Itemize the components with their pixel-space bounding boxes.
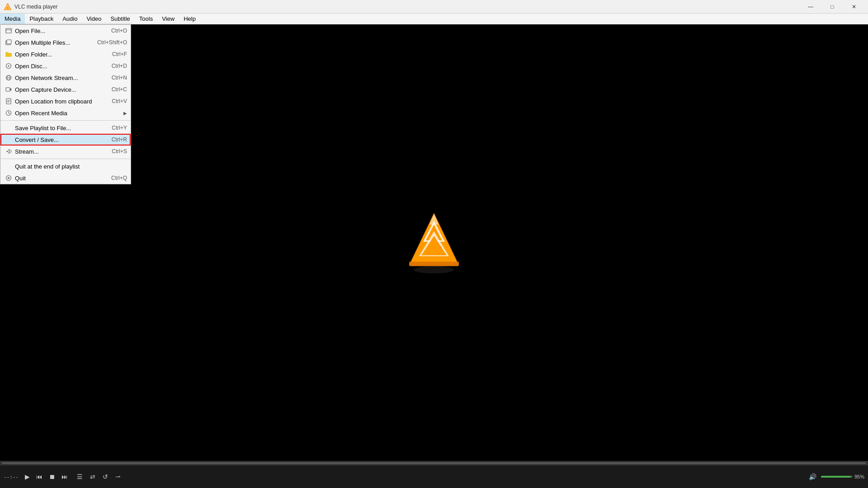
svg-point-23 (414, 266, 454, 273)
open-location-icon (4, 98, 13, 105)
app-icon (4, 3, 12, 11)
menu-video[interactable]: Video (82, 14, 106, 24)
quit-label: Quit (15, 175, 102, 182)
menu-view[interactable]: View (157, 14, 179, 24)
open-network-shortcut: Ctrl+N (112, 75, 127, 81)
menu-subtitle[interactable]: Subtitle (106, 14, 134, 24)
menu-subtitle-label: Subtitle (110, 15, 130, 22)
save-playlist-label: Save Playlist to File... (15, 125, 103, 131)
open-recent-label: Open Recent Media (15, 110, 114, 117)
menu-item-quit[interactable]: Quit Ctrl+Q (0, 172, 131, 184)
controls-bar: --:-- ▶ ⏮ ⏹ ⏭ ☰ ⇄ ↺ ⇀ 🔊 95% (0, 461, 868, 488)
menu-help[interactable]: Help (179, 14, 200, 24)
next-button[interactable]: ⏭ (59, 471, 71, 482)
volume-area: 🔊 95% (806, 471, 864, 482)
svg-marker-30 (429, 213, 439, 225)
quit-icon (4, 174, 13, 182)
open-disc-shortcut: Ctrl+D (112, 63, 127, 69)
toggle-playlist-button[interactable]: ☰ (74, 471, 85, 482)
maximize-button[interactable]: □ (822, 0, 843, 14)
open-recent-icon (4, 109, 13, 117)
stream-icon (4, 148, 13, 155)
menu-item-open-recent[interactable]: Open Recent Media ▶ (0, 107, 131, 119)
open-disc-icon (4, 62, 13, 70)
menu-bar: Media Playback Audio Video Subtitle Tool… (0, 14, 868, 24)
svg-rect-12 (6, 88, 10, 91)
progress-track[interactable] (2, 462, 866, 464)
close-button[interactable]: ✕ (844, 0, 864, 14)
time-display: --:-- (4, 474, 19, 480)
shuffle-button[interactable]: ⇄ (87, 471, 98, 482)
open-capture-icon (4, 86, 13, 93)
stream-label: Stream... (15, 148, 103, 155)
menu-tools[interactable]: Tools (135, 14, 157, 24)
open-disc-label: Open Disc... (15, 63, 103, 70)
menu-item-open-folder[interactable]: Open Folder... Ctrl+F (0, 48, 131, 60)
menu-playback[interactable]: Playback (25, 14, 58, 24)
open-capture-label: Open Capture Device... (15, 86, 103, 93)
controls-main: --:-- ▶ ⏮ ⏹ ⏭ ☰ ⇄ ↺ ⇀ 🔊 95% (0, 465, 868, 488)
menu-item-open-file[interactable]: Open File... Ctrl+O (0, 25, 131, 37)
separator-2 (0, 159, 131, 159)
open-capture-shortcut: Ctrl+C (112, 86, 127, 93)
menu-media-label: Media (5, 15, 20, 22)
vlc-cone-svg (402, 211, 466, 274)
window-controls: — □ ✕ (800, 0, 864, 14)
volume-icon[interactable]: 🔊 (806, 471, 819, 482)
open-network-label: Open Network Stream... (15, 75, 103, 81)
separator-1 (0, 120, 131, 121)
quit-end-label: Quit at the end of playlist (15, 163, 118, 170)
menu-audio-label: Audio (62, 15, 77, 22)
quit-end-icon (4, 163, 13, 170)
convert-save-label: Convert / Save... (15, 136, 103, 143)
menu-view-label: View (162, 15, 175, 22)
menu-tools-label: Tools (139, 15, 153, 22)
menu-item-save-playlist[interactable]: Save Playlist to File... Ctrl+Y (0, 122, 131, 134)
prev-button[interactable]: ⏮ (33, 471, 45, 482)
menu-item-open-capture[interactable]: Open Capture Device... Ctrl+C (0, 84, 131, 95)
convert-save-shortcut: Ctrl+R (112, 136, 127, 143)
volume-fill (821, 476, 851, 478)
menu-help-label: Help (184, 15, 196, 22)
play-button[interactable]: ▶ (22, 471, 33, 482)
menu-item-quit-end[interactable]: Quit at the end of playlist (0, 160, 131, 172)
window-title: VLC media player (14, 4, 800, 10)
open-file-label: Open File... (15, 28, 102, 34)
quit-shortcut: Ctrl+Q (111, 175, 127, 181)
open-folder-shortcut: Ctrl+F (112, 51, 127, 57)
open-multiple-shortcut: Ctrl+Shift+O (97, 39, 127, 46)
menu-item-open-multiple[interactable]: Open Multiple Files... Ctrl+Shift+O (0, 37, 131, 48)
random-button[interactable]: ⇀ (113, 471, 123, 482)
menu-playback-label: Playback (29, 15, 53, 22)
open-folder-label: Open Folder... (15, 51, 103, 58)
stop-button[interactable]: ⏹ (46, 471, 58, 482)
svg-point-19 (7, 151, 8, 152)
progress-bar[interactable] (0, 461, 868, 465)
minimize-button[interactable]: — (800, 0, 821, 14)
open-folder-icon (4, 51, 13, 58)
menu-item-open-disc[interactable]: Open Disc... Ctrl+D (0, 60, 131, 72)
open-location-shortcut: Ctrl+V (112, 98, 127, 104)
menu-video-label: Video (86, 15, 101, 22)
menu-item-open-network[interactable]: Open Network Stream... Ctrl+N (0, 72, 131, 84)
menu-media[interactable]: Media (0, 14, 25, 24)
save-playlist-icon (4, 124, 13, 131)
menu-item-open-location[interactable]: Open Location from clipboard Ctrl+V (0, 95, 131, 107)
vlc-logo (402, 211, 466, 274)
svg-rect-3 (6, 28, 11, 33)
title-bar: VLC media player — □ ✕ (0, 0, 868, 14)
open-recent-arrow: ▶ (123, 111, 127, 116)
menu-item-convert-save[interactable]: Convert / Save... Ctrl+R (0, 134, 131, 145)
menu-item-stream[interactable]: Stream... Ctrl+S (0, 145, 131, 157)
open-file-shortcut: Ctrl+O (111, 28, 127, 34)
playback-controls: ▶ ⏮ ⏹ ⏭ (22, 471, 71, 482)
open-multiple-label: Open Multiple Files... (15, 39, 88, 46)
repeat-button[interactable]: ↺ (100, 471, 111, 482)
open-location-label: Open Location from clipboard (15, 98, 103, 105)
volume-slider[interactable] (821, 476, 853, 478)
open-multiple-icon (4, 39, 13, 46)
save-playlist-shortcut: Ctrl+Y (112, 125, 127, 131)
menu-audio[interactable]: Audio (58, 14, 82, 24)
media-dropdown: Open File... Ctrl+O Open Multiple Files.… (0, 24, 131, 184)
open-network-icon (4, 74, 13, 81)
